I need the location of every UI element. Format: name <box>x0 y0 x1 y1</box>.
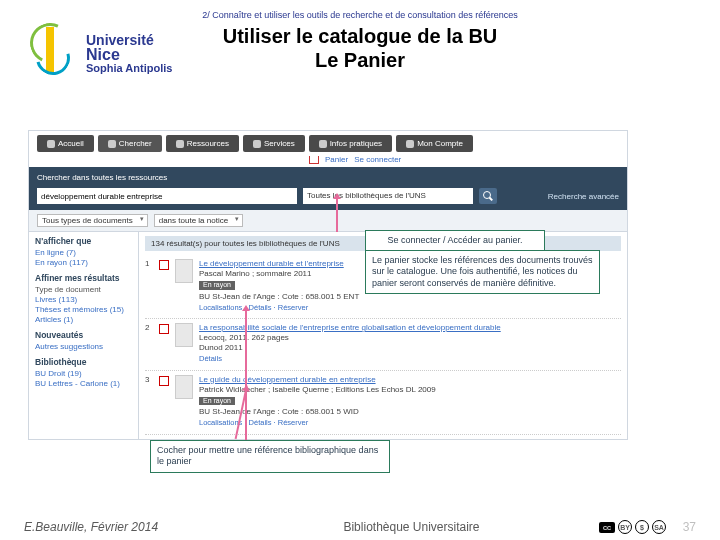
facet-nouv: Nouveautés <box>35 330 132 340</box>
result-location: BU St-Jean de l'Ange : Cote : 658.001 5 … <box>199 407 621 417</box>
signin-link[interactable]: Se connecter <box>354 155 401 164</box>
cover-thumb <box>175 323 193 347</box>
cc-nc-icon: $ <box>635 520 649 534</box>
facet-online[interactable]: En ligne (7) <box>35 248 132 257</box>
field-select[interactable]: dans toute la notice <box>154 214 243 227</box>
cart-icon <box>309 156 319 164</box>
result-links[interactable]: Détails <box>199 354 621 363</box>
result-location: Dunod 2011 <box>199 343 621 353</box>
facet-refine: Affiner mes résultats <box>35 273 132 283</box>
facet-narrow: N'afficher que <box>35 236 132 246</box>
result-item: 2 La responsabilité sociale de l'entrepr… <box>145 319 621 370</box>
result-links[interactable]: Localisations · Détails · Réserver <box>199 418 621 427</box>
facet-nouv1[interactable]: Autres suggestions <box>35 342 132 351</box>
title-line2: Le Panier <box>315 49 405 71</box>
result-links[interactable]: Localisations · Détails · Réserver <box>199 303 621 312</box>
facet-theses[interactable]: Thèses et mémoires (15) <box>35 305 132 314</box>
tab-compte[interactable]: Mon Compte <box>396 135 473 152</box>
tab-infos[interactable]: Infos pratiques <box>309 135 392 152</box>
callout-connect: Se connecter / Accéder au panier. <box>365 230 545 251</box>
panier-link[interactable]: Panier <box>325 155 348 164</box>
logo-mark <box>30 23 80 83</box>
search-button[interactable] <box>479 188 497 204</box>
cc-by-icon: BY <box>618 520 632 534</box>
logo-line1: Université <box>86 33 172 47</box>
cc-sa-icon: SA <box>652 520 666 534</box>
facet-biblio: Bibliothèque <box>35 357 132 367</box>
arrow-to-checkbox <box>245 310 247 440</box>
facet-shelf[interactable]: En rayon (117) <box>35 258 132 267</box>
cover-thumb <box>175 375 193 399</box>
arrow-to-panier <box>336 198 338 232</box>
tab-services[interactable]: Services <box>243 135 305 152</box>
tab-accueil[interactable]: Accueil <box>37 135 94 152</box>
search-icon <box>108 140 116 148</box>
resources-icon <box>176 140 184 148</box>
availability-badge: En rayon <box>199 397 235 406</box>
cc-license: cc BY $ SA <box>599 520 666 534</box>
page-number: 37 <box>666 520 696 534</box>
facet-doctype: Type de document <box>35 285 132 294</box>
tab-ressources[interactable]: Ressources <box>166 135 239 152</box>
search-bar: Chercher dans toutes les ressources <box>29 167 627 188</box>
university-logo: Université Nice Sophia Antipolis <box>30 8 210 98</box>
result-checkbox[interactable] <box>159 260 169 270</box>
account-icon <box>406 140 414 148</box>
result-title[interactable]: Le guide du développement durable en ent… <box>199 375 621 385</box>
slide-footer: E.Beauville, Février 2014 Bibliothèque U… <box>0 520 720 534</box>
home-icon <box>47 140 55 148</box>
cover-thumb <box>175 259 193 283</box>
nav-tabs: Accueil Chercher Ressources Services Inf… <box>29 131 627 152</box>
result-author: Patrick Widloecher ; Isabelle Querne ; E… <box>199 385 621 395</box>
result-title[interactable]: La responsabilité sociale de l'entrepris… <box>199 323 621 333</box>
callout-panier-desc: Le panier stocke les références des docu… <box>365 250 600 294</box>
advanced-search-link[interactable]: Recherche avancée <box>548 192 619 201</box>
result-author: Lecocq, 2011. 262 pages <box>199 333 621 343</box>
services-icon <box>253 140 261 148</box>
search-label: Chercher dans toutes les ressources <box>37 173 167 182</box>
logo-line2: Nice <box>86 47 172 63</box>
search-input[interactable] <box>37 188 297 204</box>
callout-checkbox: Cocher pour mettre une référence bibliog… <box>150 440 390 473</box>
cc-icon: cc <box>599 522 615 533</box>
footer-center: Bibliothèque Universitaire <box>224 520 599 534</box>
availability-badge: En rayon <box>199 281 235 290</box>
tab-chercher[interactable]: Chercher <box>98 135 162 152</box>
result-checkbox[interactable] <box>159 324 169 334</box>
result-item: 3 Le guide du développement durable en e… <box>145 371 621 435</box>
logo-line3: Sophia Antipolis <box>86 63 172 74</box>
facet-articles[interactable]: Articles (1) <box>35 315 132 324</box>
scope-select[interactable]: Toutes les bibliothèques de l'UNS <box>303 188 473 204</box>
doctype-select[interactable]: Tous types de documents <box>37 214 148 227</box>
facet-sidebar: N'afficher que En ligne (7) En rayon (11… <box>29 232 139 440</box>
footer-author: E.Beauville, Février 2014 <box>24 520 224 534</box>
info-icon <box>319 140 327 148</box>
facet-livres[interactable]: Livres (113) <box>35 295 132 304</box>
filter-bar: Tous types de documents dans toute la no… <box>29 210 627 232</box>
facet-b1[interactable]: BU Droit (19) <box>35 369 132 378</box>
result-checkbox[interactable] <box>159 376 169 386</box>
title-line1: Utiliser le catalogue de la BU <box>223 25 498 47</box>
facet-b2[interactable]: BU Lettres - Carlone (1) <box>35 379 132 388</box>
